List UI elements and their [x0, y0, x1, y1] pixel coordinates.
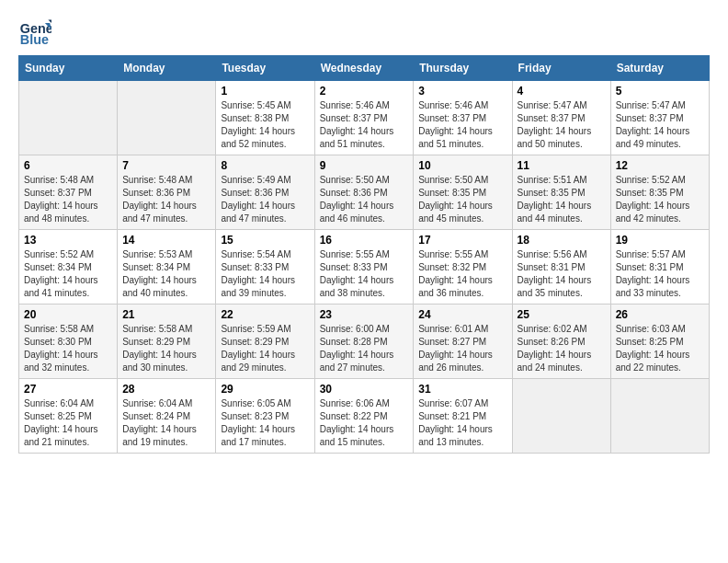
daylight-hours: Daylight: 14 hours and 40 minutes. — [122, 275, 197, 298]
day-number: 12 — [616, 159, 704, 172]
day-info: Sunrise: 5:55 AM Sunset: 8:32 PM Dayligh… — [418, 248, 506, 300]
day-number: 27 — [24, 383, 112, 396]
header-sunday: Sunday — [19, 56, 118, 81]
calendar-cell — [610, 379, 709, 454]
header-wednesday: Wednesday — [314, 56, 414, 81]
sunrise-time: Sunrise: 6:00 AM — [320, 324, 390, 334]
daylight-hours: Daylight: 14 hours and 46 minutes. — [320, 201, 394, 224]
sunrise-time: Sunrise: 5:46 AM — [320, 100, 390, 110]
calendar-cell: 24 Sunrise: 6:01 AM Sunset: 8:27 PM Dayl… — [414, 304, 512, 379]
daylight-hours: Daylight: 14 hours and 22 minutes. — [616, 350, 690, 373]
day-number: 14 — [122, 234, 210, 247]
calendar-cell: 18 Sunrise: 5:56 AM Sunset: 8:31 PM Dayl… — [512, 230, 610, 304]
day-info: Sunrise: 5:50 AM Sunset: 8:35 PM Dayligh… — [418, 174, 506, 225]
daylight-hours: Daylight: 14 hours and 52 minutes. — [221, 126, 295, 149]
daylight-hours: Daylight: 14 hours and 15 minutes. — [320, 424, 394, 447]
sunrise-time: Sunrise: 5:48 AM — [24, 175, 94, 185]
day-number: 16 — [320, 234, 409, 247]
sunset-time: Sunset: 8:21 PM — [418, 411, 486, 421]
daylight-hours: Daylight: 14 hours and 47 minutes. — [221, 201, 295, 224]
sunset-time: Sunset: 8:31 PM — [616, 262, 684, 272]
header-friday: Friday — [512, 56, 610, 81]
sunset-time: Sunset: 8:35 PM — [418, 188, 486, 198]
day-info: Sunrise: 5:48 AM Sunset: 8:37 PM Dayligh… — [24, 174, 112, 225]
sunset-time: Sunset: 8:37 PM — [24, 188, 92, 198]
day-number: 8 — [221, 159, 309, 172]
sunrise-time: Sunrise: 5:59 AM — [221, 324, 290, 334]
day-number: 2 — [320, 85, 409, 98]
day-number: 29 — [221, 383, 309, 396]
day-info: Sunrise: 5:54 AM Sunset: 8:33 PM Dayligh… — [221, 248, 309, 300]
calendar-cell: 16 Sunrise: 5:55 AM Sunset: 8:33 PM Dayl… — [314, 230, 414, 304]
sunrise-time: Sunrise: 6:04 AM — [122, 398, 192, 408]
daylight-hours: Daylight: 14 hours and 51 minutes. — [418, 126, 493, 149]
calendar-header-row: SundayMondayTuesdayWednesdayThursdayFrid… — [19, 56, 710, 81]
sunrise-time: Sunrise: 6:06 AM — [320, 398, 390, 408]
day-info: Sunrise: 6:04 AM Sunset: 8:24 PM Dayligh… — [122, 397, 210, 449]
day-number: 31 — [418, 383, 506, 396]
day-info: Sunrise: 5:56 AM Sunset: 8:31 PM Dayligh… — [518, 248, 606, 300]
daylight-hours: Daylight: 14 hours and 47 minutes. — [122, 201, 197, 224]
daylight-hours: Daylight: 14 hours and 19 minutes. — [122, 424, 197, 447]
calendar-cell: 14 Sunrise: 5:53 AM Sunset: 8:34 PM Dayl… — [118, 230, 216, 304]
sunrise-time: Sunrise: 5:57 AM — [616, 249, 686, 259]
sunset-time: Sunset: 8:32 PM — [418, 262, 486, 272]
calendar-week-3: 13 Sunrise: 5:52 AM Sunset: 8:34 PM Dayl… — [19, 230, 710, 304]
day-number: 4 — [518, 85, 606, 98]
sunset-time: Sunset: 8:37 PM — [616, 113, 684, 123]
calendar-cell: 7 Sunrise: 5:48 AM Sunset: 8:36 PM Dayli… — [118, 155, 216, 230]
day-info: Sunrise: 5:53 AM Sunset: 8:34 PM Dayligh… — [122, 248, 210, 300]
page-header: General Blue — [18, 15, 710, 48]
calendar-cell — [118, 81, 216, 155]
daylight-hours: Daylight: 14 hours and 42 minutes. — [616, 201, 690, 224]
daylight-hours: Daylight: 14 hours and 35 minutes. — [518, 275, 592, 298]
daylight-hours: Daylight: 14 hours and 51 minutes. — [320, 126, 394, 149]
calendar-cell: 30 Sunrise: 6:06 AM Sunset: 8:22 PM Dayl… — [314, 379, 414, 454]
sunset-time: Sunset: 8:36 PM — [320, 188, 388, 198]
day-number: 22 — [221, 308, 309, 321]
day-info: Sunrise: 5:58 AM Sunset: 8:29 PM Dayligh… — [122, 323, 210, 374]
day-number: 3 — [418, 85, 506, 98]
day-number: 26 — [616, 308, 704, 321]
day-number: 15 — [221, 234, 309, 247]
daylight-hours: Daylight: 14 hours and 36 minutes. — [418, 275, 493, 298]
sunset-time: Sunset: 8:25 PM — [616, 337, 684, 347]
sunset-time: Sunset: 8:28 PM — [320, 337, 388, 347]
day-info: Sunrise: 5:47 AM Sunset: 8:37 PM Dayligh… — [518, 99, 606, 151]
day-number: 25 — [518, 308, 606, 321]
day-number: 23 — [320, 308, 409, 321]
calendar-cell: 22 Sunrise: 5:59 AM Sunset: 8:29 PM Dayl… — [216, 304, 314, 379]
calendar-cell: 21 Sunrise: 5:58 AM Sunset: 8:29 PM Dayl… — [118, 304, 216, 379]
daylight-hours: Daylight: 14 hours and 29 minutes. — [221, 350, 295, 373]
sunrise-time: Sunrise: 5:50 AM — [320, 175, 390, 185]
day-number: 20 — [24, 308, 112, 321]
calendar-cell: 4 Sunrise: 5:47 AM Sunset: 8:37 PM Dayli… — [512, 81, 610, 155]
daylight-hours: Daylight: 14 hours and 26 minutes. — [418, 350, 493, 373]
daylight-hours: Daylight: 14 hours and 44 minutes. — [518, 201, 592, 224]
sunset-time: Sunset: 8:22 PM — [320, 411, 388, 421]
header-tuesday: Tuesday — [216, 56, 314, 81]
sunset-time: Sunset: 8:38 PM — [221, 113, 289, 123]
sunrise-time: Sunrise: 5:45 AM — [221, 100, 290, 110]
daylight-hours: Daylight: 14 hours and 39 minutes. — [221, 275, 295, 298]
day-info: Sunrise: 5:52 AM Sunset: 8:35 PM Dayligh… — [616, 174, 704, 225]
svg-text:Blue: Blue — [20, 32, 49, 47]
sunset-time: Sunset: 8:27 PM — [418, 337, 486, 347]
sunrise-time: Sunrise: 5:58 AM — [122, 324, 192, 334]
calendar-cell: 23 Sunrise: 6:00 AM Sunset: 8:28 PM Dayl… — [314, 304, 414, 379]
day-info: Sunrise: 5:59 AM Sunset: 8:29 PM Dayligh… — [221, 323, 309, 374]
day-number: 17 — [418, 234, 506, 247]
sunset-time: Sunset: 8:33 PM — [221, 262, 289, 272]
calendar-cell: 11 Sunrise: 5:51 AM Sunset: 8:35 PM Dayl… — [512, 155, 610, 230]
day-info: Sunrise: 5:45 AM Sunset: 8:38 PM Dayligh… — [221, 99, 309, 151]
logo-icon: General Blue — [18, 15, 51, 48]
day-info: Sunrise: 6:07 AM Sunset: 8:21 PM Dayligh… — [418, 397, 506, 449]
day-number: 24 — [418, 308, 506, 321]
sunrise-time: Sunrise: 5:48 AM — [122, 175, 192, 185]
day-info: Sunrise: 6:06 AM Sunset: 8:22 PM Dayligh… — [320, 397, 409, 449]
sunset-time: Sunset: 8:37 PM — [320, 113, 388, 123]
sunrise-time: Sunrise: 6:02 AM — [518, 324, 587, 334]
day-info: Sunrise: 6:03 AM Sunset: 8:25 PM Dayligh… — [616, 323, 704, 374]
calendar-table: SundayMondayTuesdayWednesdayThursdayFrid… — [18, 55, 710, 454]
day-info: Sunrise: 5:48 AM Sunset: 8:36 PM Dayligh… — [122, 174, 210, 225]
